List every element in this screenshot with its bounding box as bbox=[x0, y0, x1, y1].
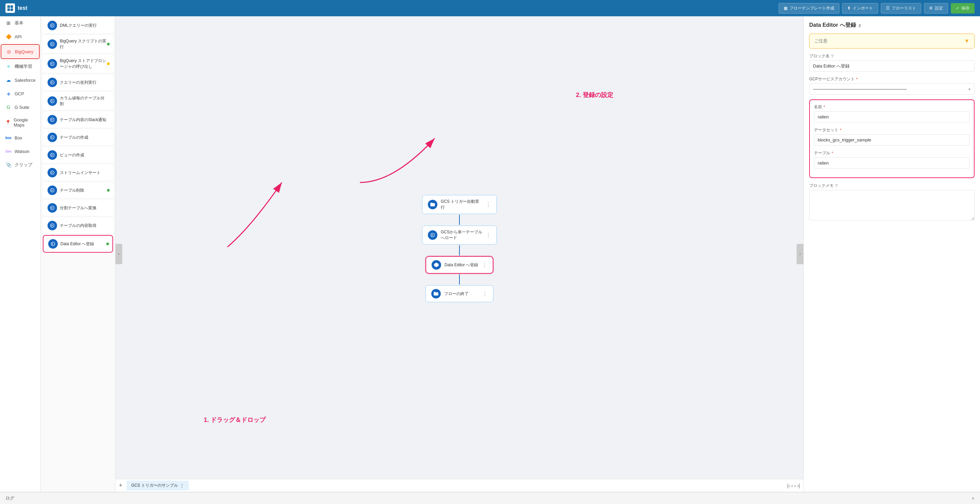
data-editor-node-icon bbox=[431, 260, 441, 269]
dataset-input[interactable] bbox=[814, 134, 970, 146]
add-tab-button[interactable]: + bbox=[119, 482, 123, 489]
tab-menu-icon[interactable]: ⋮ bbox=[180, 483, 184, 488]
memo-label: ブロックメモ ? bbox=[809, 183, 975, 189]
tab-prev-button[interactable]: ‹ bbox=[791, 483, 793, 488]
block-icon-bq-script bbox=[48, 40, 57, 49]
block-icon-create-view bbox=[48, 150, 57, 160]
table-label: テーブル * bbox=[814, 150, 970, 156]
svg-rect-0 bbox=[8, 5, 10, 8]
block-bq-script[interactable]: BigQuery スクリプトの実行 bbox=[43, 35, 113, 54]
api-icon: 🔶 bbox=[5, 33, 12, 40]
block-name-help-icon[interactable]: ? bbox=[831, 54, 834, 59]
sidebar-item-bigquery[interactable]: ◎ BigQuery bbox=[1, 44, 40, 59]
flow-template-button[interactable]: ▦ フローテンプレート作成 bbox=[779, 3, 839, 14]
block-partition[interactable]: 分割テーブルへ変換 bbox=[43, 200, 113, 216]
block-data-editor[interactable]: Data Editor へ登録 bbox=[43, 235, 113, 253]
flow-node-end[interactable]: フローの終了 ⋮ bbox=[425, 285, 493, 302]
settings-icon: ⚙ bbox=[929, 6, 933, 11]
name-group: 名前 * bbox=[814, 104, 970, 122]
collapse-right-button[interactable]: › bbox=[797, 244, 803, 264]
block-icon-create-table bbox=[48, 133, 57, 142]
maps-icon: 📍 bbox=[5, 119, 11, 126]
flow-node-gcs-single-table[interactable]: GCSから単一テーブルへロード ⋮ bbox=[422, 225, 497, 244]
block-slack-notify[interactable]: テーブル内容のSlack通知 bbox=[43, 112, 113, 128]
flow-node-data-editor[interactable]: Data Editor へ登録 ⋮ bbox=[425, 256, 493, 274]
right-panel: Data Editor へ登録 β ご注意 ▼ ブロック名 ? GCPサービスア… bbox=[803, 16, 980, 492]
svg-rect-3 bbox=[11, 8, 13, 11]
gcp-account-group: GCPサービスアカウント * ─────────────────────────… bbox=[809, 76, 975, 95]
notice-box[interactable]: ご注意 ▼ bbox=[809, 33, 975, 49]
settings-button[interactable]: ⚙ 設定 bbox=[924, 3, 948, 14]
sidebar-item-ml[interactable]: ⚛ 機械学習 bbox=[0, 60, 40, 73]
block-icon-stream bbox=[48, 168, 57, 178]
memo-textarea[interactable] bbox=[809, 190, 975, 220]
gcp-account-select[interactable]: ────────────────────────────── bbox=[809, 84, 975, 95]
name-input[interactable] bbox=[814, 111, 970, 122]
sidebar-item-salesforce[interactable]: ☁ Salesforce bbox=[0, 73, 40, 87]
block-name-input[interactable] bbox=[809, 60, 975, 71]
template-icon: ▦ bbox=[784, 6, 788, 11]
save-button[interactable]: ✓ 保存 bbox=[951, 3, 975, 14]
bigquery-icon: ◎ bbox=[5, 48, 12, 55]
collapse-left-button[interactable]: ‹ bbox=[115, 244, 122, 264]
end-menu[interactable]: ⋮ bbox=[482, 291, 488, 297]
notice-chevron-icon[interactable]: ▼ bbox=[964, 38, 969, 44]
connector-2 bbox=[459, 245, 460, 255]
sidebar-item-google-maps[interactable]: 📍 Google Maps bbox=[0, 114, 40, 131]
svg-marker-18 bbox=[434, 263, 438, 267]
list-icon: ☰ bbox=[886, 6, 890, 11]
block-dml-query[interactable]: DMLクエリーの実行 bbox=[43, 17, 113, 34]
block-get-contents[interactable]: テーブルの内容取得 bbox=[43, 217, 113, 234]
gcs-trigger-menu[interactable]: ⋮ bbox=[485, 201, 491, 208]
gcs-trigger-icon bbox=[428, 200, 438, 209]
sidebar-blocks: DMLクエリーの実行 BigQuery スクリプトの実行 BigQuery スト… bbox=[41, 16, 115, 492]
sidebar-item-gcp[interactable]: ◈ GCP bbox=[0, 87, 40, 100]
flow-end-icon bbox=[431, 289, 441, 298]
import-icon: ⬆ bbox=[847, 6, 851, 11]
block-delete-table[interactable]: テーブル削除 bbox=[43, 182, 113, 199]
block-bq-stored-proc[interactable]: BigQuery ストアドプロシージャの呼び出し bbox=[43, 55, 113, 73]
header: test ▦ フローテンプレート作成 ⬆ インポート ☰ フローリスト ⚙ 設定… bbox=[0, 0, 980, 16]
gcs-single-table-icon bbox=[428, 230, 438, 240]
block-icon-partition bbox=[48, 203, 57, 212]
log-bar[interactable]: ログ ∧ bbox=[0, 492, 980, 504]
sidebar-item-api[interactable]: 🔶 API bbox=[0, 30, 40, 43]
box-icon: box bbox=[5, 134, 12, 141]
sidebar-item-watson[interactable]: ibm Watson bbox=[0, 144, 40, 158]
import-button[interactable]: ⬆ インポート bbox=[842, 3, 878, 14]
flow-list-button[interactable]: ☰ フローリスト bbox=[881, 3, 921, 14]
block-stream-insert[interactable]: ストリームインサート bbox=[43, 165, 113, 181]
dataset-group: データセット * bbox=[814, 127, 970, 146]
sidebar-item-box[interactable]: box Box bbox=[0, 131, 40, 144]
canvas-tabbar: + GCS トリガーのサンプル ⋮ |‹ ‹ › ›| bbox=[115, 479, 803, 492]
table-required-mark: * bbox=[832, 151, 833, 156]
table-input[interactable] bbox=[814, 157, 970, 168]
tab-first-button[interactable]: |‹ bbox=[787, 483, 790, 488]
block-create-view[interactable]: ビューの作成 bbox=[43, 147, 113, 163]
block-create-table[interactable]: テーブルの作成 bbox=[43, 129, 113, 146]
block-icon-parallel bbox=[48, 78, 57, 87]
flow-node-gcs-trigger[interactable]: GCS トリガー自動実行 ⋮ bbox=[422, 195, 497, 214]
block-dot-bq-script bbox=[107, 43, 110, 46]
block-table-split[interactable]: カラム値毎のテーブル分割 bbox=[43, 92, 113, 111]
memo-help-icon[interactable]: ? bbox=[835, 183, 838, 189]
log-bar-chevron-icon[interactable]: ∧ bbox=[972, 496, 975, 501]
gcp-account-label: GCPサービスアカウント * bbox=[809, 76, 975, 82]
sidebar-item-basics[interactable]: ⊞ 基本 bbox=[0, 16, 40, 30]
block-icon-stored-proc bbox=[48, 59, 57, 68]
table-group: テーブル * bbox=[814, 150, 970, 168]
canvas-area[interactable]: ‹ › GCS トリガー自動実行 ⋮ GCSから単一テーブルへロード ⋮ bbox=[115, 16, 803, 492]
block-parallel-query[interactable]: クエリーの並列実行 bbox=[43, 74, 113, 91]
sidebar-item-gsuite[interactable]: G G Suite bbox=[0, 100, 40, 114]
tab-next-button[interactable]: › bbox=[794, 483, 796, 488]
sidebar-categories: ⊞ 基本 🔶 API ◎ BigQuery ⚛ 機械学習 ☁ Salesforc… bbox=[0, 16, 41, 492]
logo-icon bbox=[5, 3, 15, 13]
gcs-single-menu[interactable]: ⋮ bbox=[485, 232, 491, 238]
basics-icon: ⊞ bbox=[5, 20, 12, 27]
data-editor-menu[interactable]: ⋮ bbox=[482, 262, 487, 268]
tab-last-button[interactable]: ›| bbox=[797, 483, 800, 488]
app-title: test bbox=[18, 5, 27, 11]
block-icon-dml bbox=[48, 21, 57, 30]
sidebar-item-clip[interactable]: 📎 クリップ bbox=[0, 158, 40, 172]
canvas-tab-gcs[interactable]: GCS トリガーのサンプル ⋮ bbox=[127, 480, 189, 490]
